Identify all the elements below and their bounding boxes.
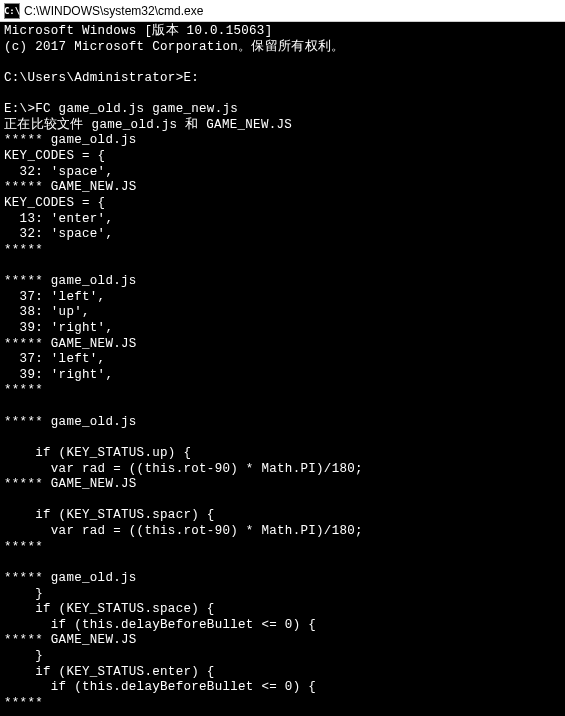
output-line: ***** game_old.js — [4, 571, 137, 585]
output-line: ***** GAME_NEW.JS — [4, 477, 137, 491]
output-line: 13: 'enter', — [4, 212, 113, 226]
output-line: 39: 'right', — [4, 321, 113, 335]
output-line: if (KEY_STATUS.up) { — [4, 446, 191, 460]
output-line: 32: 'space', — [4, 227, 113, 241]
output-line: ***** — [4, 540, 43, 554]
output-line: KEY_CODES = { — [4, 196, 105, 210]
output-line: KEY_CODES = { — [4, 149, 105, 163]
output-line: E:\>FC game_old.js game_new.js — [4, 102, 238, 116]
output-line: 37: 'left', — [4, 290, 105, 304]
output-line: 32: 'space', — [4, 165, 113, 179]
output-line: ***** game_old.js — [4, 274, 137, 288]
cmd-window: C:\ C:\WINDOWS\system32\cmd.exe Microsof… — [0, 0, 565, 716]
output-line: ***** GAME_NEW.JS — [4, 180, 137, 194]
cmd-icon: C:\ — [4, 3, 20, 19]
output-line: if (this.delayBeforeBullet <= 0) { — [4, 680, 316, 694]
output-line: 38: 'up', — [4, 305, 90, 319]
output-line: Microsoft Windows [版本 10.0.15063] — [4, 24, 272, 38]
output-line: ***** game_old.js — [4, 133, 137, 147]
output-line: ***** — [4, 696, 43, 710]
output-line: ***** game_old.js — [4, 415, 137, 429]
output-line: var rad = ((this.rot-90) * Math.PI)/180; — [4, 524, 363, 538]
output-line: 39: 'right', — [4, 368, 113, 382]
output-line: } — [4, 649, 43, 663]
output-line: if (KEY_STATUS.space) { — [4, 602, 215, 616]
title-bar[interactable]: C:\ C:\WINDOWS\system32\cmd.exe — [0, 0, 565, 22]
output-line: ***** GAME_NEW.JS — [4, 337, 137, 351]
output-line: (c) 2017 Microsoft Corporation。保留所有权利。 — [4, 40, 344, 54]
output-line: 正在比较文件 game_old.js 和 GAME_NEW.JS — [4, 118, 292, 132]
output-line: var rad = ((this.rot-90) * Math.PI)/180; — [4, 462, 363, 476]
output-line: C:\Users\Administrator>E: — [4, 71, 199, 85]
output-line: ***** — [4, 243, 43, 257]
output-line: } — [4, 587, 43, 601]
output-line: 37: 'left', — [4, 352, 105, 366]
window-title: C:\WINDOWS\system32\cmd.exe — [24, 4, 561, 18]
terminal-output[interactable]: Microsoft Windows [版本 10.0.15063] (c) 20… — [0, 22, 565, 716]
output-line: ***** GAME_NEW.JS — [4, 633, 137, 647]
output-line: if (KEY_STATUS.spacr) { — [4, 508, 215, 522]
output-line: if (this.delayBeforeBullet <= 0) { — [4, 618, 316, 632]
output-line: if (KEY_STATUS.enter) { — [4, 665, 215, 679]
output-line: ***** — [4, 383, 43, 397]
